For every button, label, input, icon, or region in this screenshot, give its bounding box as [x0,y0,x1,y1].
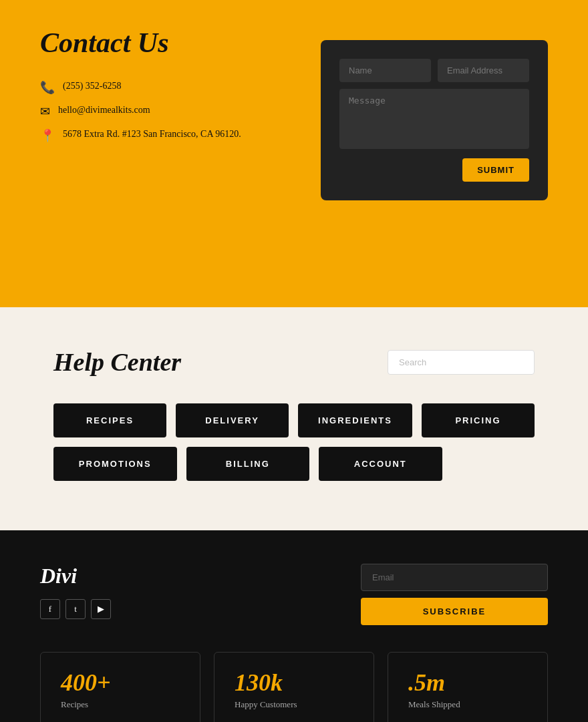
submit-button[interactable]: SUBMIT [462,158,529,182]
location-icon: 📍 [40,128,55,143]
form-name-email-row [339,59,529,82]
social-icons-row: f t ▶ [40,599,111,619]
contact-phone: (255) 352-6258 [63,79,122,93]
footer: Divi f t ▶ SUBSCRIBE 400+ Recipes 130k H… [0,530,588,722]
stat-recipes: 400+ Recipes [40,652,200,722]
contact-form-card: SUBMIT [321,40,548,200]
stats-row: 400+ Recipes 130k Happy Customers .5m Me… [40,652,548,722]
help-row-1: RECIPES DELIVERY INGREDIENTS PRICING [53,403,535,437]
contact-section: Contact Us 📞 (255) 352-6258 ✉ hello@divi… [0,0,588,307]
footer-top: Divi f t ▶ SUBSCRIBE [40,564,548,625]
help-row-2: PROMOTIONS BILLING ACCOUNT [53,447,535,481]
subscribe-button[interactable]: SUBSCRIBE [361,598,548,625]
footer-email-input[interactable] [361,564,548,591]
stat-shipped-label: Meals Shipped [408,699,527,710]
submit-row: SUBMIT [339,158,529,182]
stat-shipped: .5m Meals Shipped [388,652,548,722]
stat-shipped-number: .5m [408,669,527,697]
contact-address: 5678 Extra Rd. #123 San Francisco, CA 96… [63,127,241,141]
email-icon: ✉ [40,104,50,119]
pricing-button[interactable]: PRICING [422,403,535,437]
recipes-button[interactable]: RECIPES [53,403,166,437]
footer-left: Divi f t ▶ [40,564,111,619]
ingredients-button[interactable]: INGREDIENTS [298,403,412,437]
help-section: Help Center RECIPES DELIVERY INGREDIENTS… [0,307,588,530]
billing-button[interactable]: BILLING [186,447,310,481]
help-search-input[interactable] [388,350,535,375]
email-input[interactable] [438,59,529,82]
twitter-icon[interactable]: t [65,599,86,619]
stat-recipes-number: 400+ [61,669,180,697]
account-button[interactable]: ACCOUNT [319,447,442,481]
phone-icon: 📞 [40,80,55,95]
stat-customers-number: 130k [235,669,353,697]
message-textarea[interactable] [339,89,529,149]
footer-logo: Divi [40,564,111,588]
stat-customers-label: Happy Customers [235,699,353,710]
contact-email: hello@divimealkits.com [58,103,150,117]
help-title: Help Center [53,347,181,377]
footer-email-subscribe: SUBSCRIBE [361,564,548,625]
name-input[interactable] [339,59,431,82]
delivery-button[interactable]: DELIVERY [176,403,289,437]
facebook-icon[interactable]: f [40,599,60,619]
stat-customers: 130k Happy Customers [214,652,374,722]
empty-cell [452,447,535,481]
stat-recipes-label: Recipes [61,699,180,710]
help-header: Help Center [53,347,535,377]
promotions-button[interactable]: PROMOTIONS [53,447,177,481]
youtube-icon[interactable]: ▶ [91,599,111,619]
